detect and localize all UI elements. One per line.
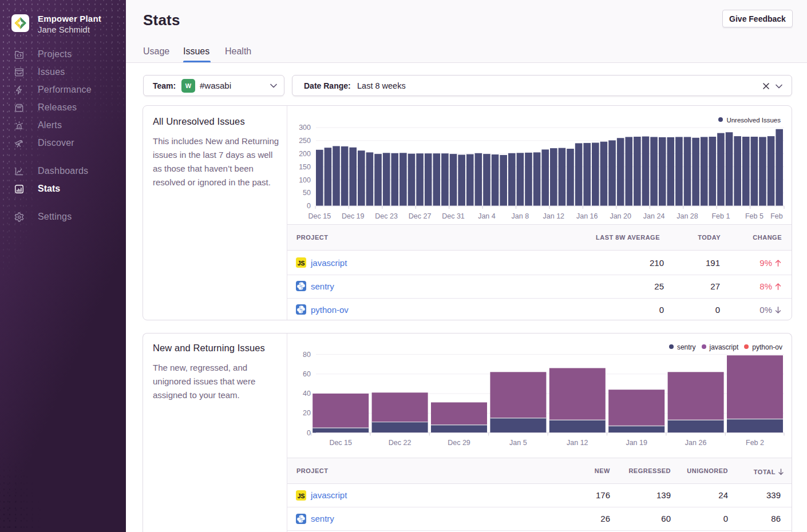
svg-text:80: 80	[303, 351, 311, 359]
svg-text:40: 40	[303, 390, 311, 398]
svg-text:Jan 19: Jan 19	[626, 439, 647, 447]
svg-text:Jan 28: Jan 28	[677, 212, 698, 220]
svg-text:Dec 22: Dec 22	[389, 439, 412, 447]
svg-text:Dec 19: Dec 19	[342, 212, 365, 220]
svg-text:Jan 4: Jan 4	[478, 212, 496, 220]
svg-text:Feb 2: Feb 2	[746, 439, 764, 447]
svg-text:Jan 12: Jan 12	[567, 439, 588, 447]
svg-text:Feb: Feb	[770, 212, 783, 220]
svg-text:Jan 16: Jan 16	[576, 212, 598, 220]
svg-text:200: 200	[299, 150, 311, 158]
svg-text:0: 0	[307, 429, 311, 437]
svg-text:Jan 20: Jan 20	[610, 212, 631, 220]
svg-text:Dec 15: Dec 15	[329, 439, 352, 447]
svg-text:20: 20	[303, 409, 311, 417]
svg-text:Jan 5: Jan 5	[509, 439, 527, 447]
svg-text:Jan 24: Jan 24	[643, 212, 665, 220]
svg-text:Jan 12: Jan 12	[543, 212, 565, 220]
svg-text:60: 60	[303, 370, 311, 378]
svg-text:Dec 27: Dec 27	[409, 212, 432, 220]
svg-text:Jan 26: Jan 26	[685, 439, 707, 447]
svg-text:300: 300	[299, 124, 311, 132]
svg-text:Dec 15: Dec 15	[308, 212, 331, 220]
svg-text:JS: JS	[298, 493, 305, 499]
svg-text:Dec 31: Dec 31	[442, 212, 465, 220]
svg-text:Jan 8: Jan 8	[512, 212, 529, 220]
svg-text:JS: JS	[298, 260, 305, 267]
svg-text:Dec 23: Dec 23	[375, 212, 398, 220]
svg-text:Dec 29: Dec 29	[448, 439, 470, 447]
svg-text:250: 250	[299, 137, 311, 145]
svg-text:0: 0	[307, 202, 311, 210]
svg-text:Feb 5: Feb 5	[745, 212, 764, 220]
svg-text:Feb 1: Feb 1	[711, 212, 730, 220]
svg-text:150: 150	[299, 163, 311, 171]
svg-text:50: 50	[303, 189, 311, 197]
svg-text:100: 100	[299, 176, 311, 184]
